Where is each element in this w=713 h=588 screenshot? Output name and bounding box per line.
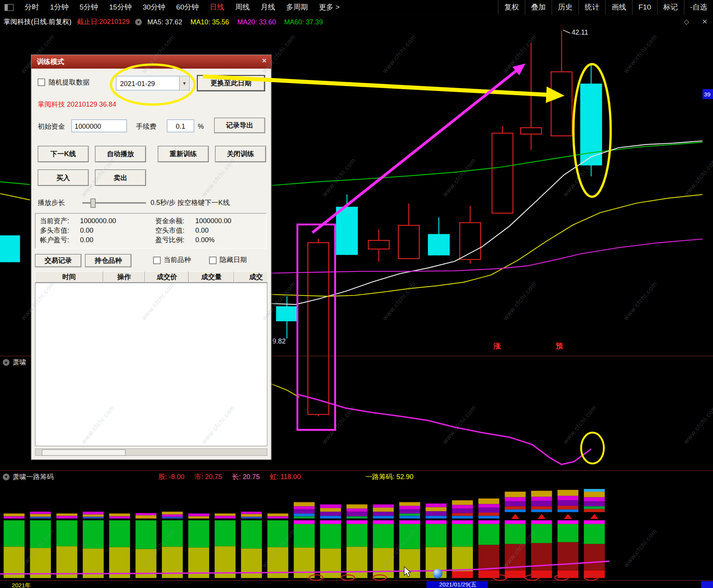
annotation-layer [0, 0, 713, 588]
trading-app-window: 分时1分钟5分钟15分钟30分钟60分钟日线周线月线多周期更多 > 复权叠加历史… [0, 0, 713, 588]
drag-handle-orb[interactable] [433, 569, 442, 578]
mouse-cursor [404, 566, 414, 578]
